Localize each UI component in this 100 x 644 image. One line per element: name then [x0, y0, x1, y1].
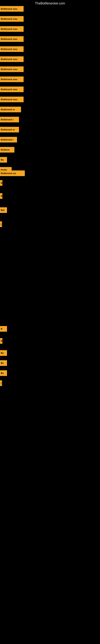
bar-item: Bottleneck resu — [0, 26, 24, 32]
bar-label: Bottleneck resu — [0, 86, 24, 92]
bar-label: Bottleneck resu — [0, 76, 24, 82]
bar-item: B — [0, 338, 2, 344]
bar-item: Bottleneck resu — [0, 6, 24, 12]
bar-label: | — [0, 222, 2, 227]
bar-label: Bottleneck resu — [0, 6, 24, 12]
bar-label: Bottlene — [0, 147, 14, 152]
bar-label: B — [0, 338, 2, 344]
bar-label: Bot — [0, 207, 7, 213]
bar-item: Bottleneck resu — [0, 36, 24, 42]
bar-label: Bottleneck r — [0, 137, 17, 142]
bar-item: Bo — [0, 350, 7, 356]
bar-item: B — [0, 193, 2, 199]
bar-item: Bo — [0, 157, 7, 162]
bar-label: Bo — [0, 157, 7, 162]
bar-label: Bottleneck resu — [0, 36, 24, 42]
bar-item: Bo — [0, 370, 7, 376]
bar-label: Bottleneck resu — [0, 26, 24, 32]
bar-item: Bottlene — [0, 147, 14, 152]
bar-item: Bottleneck resu — [0, 56, 24, 62]
bar-label: B — [0, 180, 2, 186]
bar-item: Bottleneck resu — [0, 86, 24, 92]
bar-label: Bottleneck re — [0, 107, 21, 112]
bar-label: Bo — [0, 360, 7, 366]
bar-item: Bottleneck resu — [0, 76, 24, 82]
bar-label: Bottleneck resu — [0, 56, 24, 62]
bar-label: B — [0, 193, 2, 199]
bar-item: Bottleneck resu — [0, 16, 24, 22]
bar-label: B — [0, 326, 7, 332]
bar-label: Bottleneck resu — [0, 16, 24, 22]
bar-label: Bottleneck res — [0, 170, 25, 176]
bar-item: Bottleneck resu — [0, 46, 24, 52]
bar-label: Bottleneck re — [0, 127, 19, 132]
bar-item: B — [0, 180, 2, 186]
bar-label: Bottleneck resu — [0, 46, 24, 52]
bar-item: | — [0, 222, 2, 227]
bar-item: Bottleneck re — [0, 127, 19, 132]
bar-label: Bo — [0, 370, 7, 376]
bar-item: Bot — [0, 207, 7, 213]
bar-label: Bottleneck resu — [0, 66, 24, 72]
bar-label: | — [0, 380, 2, 386]
bar-item: Bottleneck resu — [0, 96, 24, 102]
bar-item: Bottleneck re — [0, 107, 21, 112]
bar-item: Bottleneck res — [0, 170, 25, 176]
bar-label: Bottleneck r — [0, 117, 19, 122]
site-title: TheBottlenecker.com — [0, 0, 100, 7]
bar-item: Bottleneck resu — [0, 66, 24, 72]
bar-item: Bottleneck r — [0, 137, 17, 142]
bar-item: Bottleneck r — [0, 117, 19, 122]
bar-item: Bo — [0, 360, 7, 366]
bar-item: | — [0, 380, 2, 386]
bar-label: Bottleneck resu — [0, 96, 24, 102]
bar-item: B — [0, 326, 7, 332]
bar-label: Bo — [0, 350, 7, 356]
